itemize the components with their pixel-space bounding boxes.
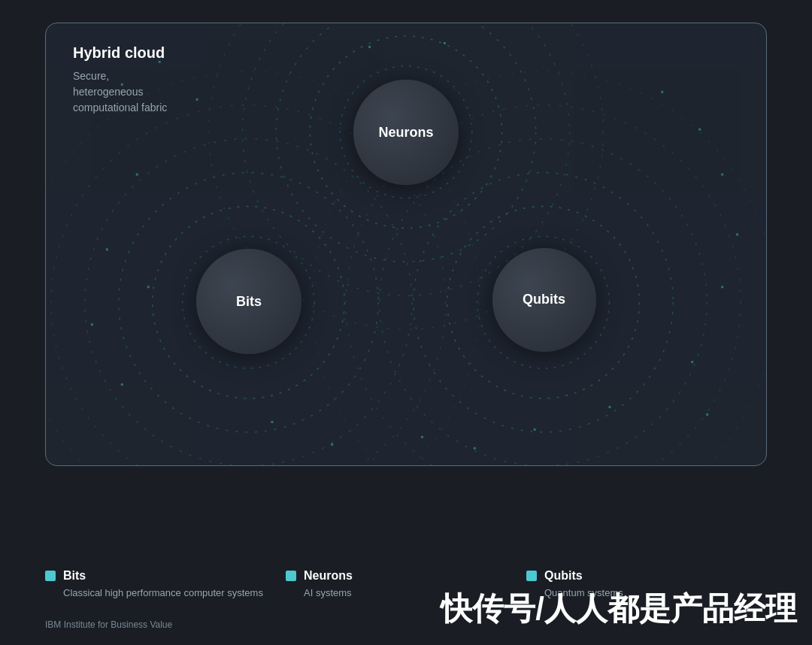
svg-rect-37 (444, 42, 446, 44)
svg-rect-36 (368, 46, 371, 48)
bits-node: Bits (185, 238, 313, 365)
svg-rect-23 (106, 248, 108, 250)
svg-rect-19 (196, 98, 198, 101)
svg-rect-26 (691, 361, 693, 363)
qubits-legend-icon (526, 571, 537, 581)
bits-legend-title: Bits (63, 569, 86, 583)
bits-label: Bits (236, 294, 262, 310)
neurons-label: Neurons (378, 125, 433, 141)
svg-rect-22 (721, 174, 723, 176)
svg-rect-39 (474, 447, 476, 450)
watermark-text: 快传号/人人都是产品经理 (441, 588, 812, 630)
ibm-footer: IBM Institute for Business Value (45, 619, 172, 630)
svg-rect-33 (136, 174, 138, 176)
hybrid-cloud-card: Hybrid cloud Secure, heterogeneous compu… (45, 23, 767, 466)
svg-rect-31 (534, 428, 536, 431)
svg-rect-20 (661, 91, 663, 93)
svg-rect-35 (736, 233, 738, 235)
svg-rect-21 (698, 129, 701, 131)
main-wrapper: Hybrid cloud Secure, heterogeneous compu… (0, 0, 812, 645)
svg-rect-24 (91, 323, 93, 326)
svg-rect-28 (706, 413, 708, 416)
svg-rect-25 (121, 383, 123, 386)
bits-legend-desc: Classical high performance computer syst… (45, 586, 263, 601)
svg-rect-18 (159, 61, 161, 63)
neurons-legend-icon (286, 571, 296, 581)
svg-rect-17 (121, 83, 123, 86)
bits-legend-icon (45, 571, 56, 581)
svg-rect-32 (608, 406, 611, 408)
qubits-label: Qubits (523, 292, 565, 307)
neurons-legend-desc: AI systems (286, 586, 352, 601)
qubits-legend-title: Qubits (544, 569, 583, 583)
neurons-legend-title: Neurons (304, 569, 353, 583)
svg-rect-30 (421, 436, 423, 438)
svg-rect-34 (147, 286, 150, 288)
svg-rect-27 (721, 286, 723, 288)
legend-bits: Bits Classical high performance computer… (45, 569, 286, 601)
svg-rect-38 (331, 444, 333, 446)
svg-rect-29 (271, 421, 273, 423)
qubits-node: Qubits (482, 238, 606, 362)
neurons-node: Neurons (342, 68, 470, 196)
